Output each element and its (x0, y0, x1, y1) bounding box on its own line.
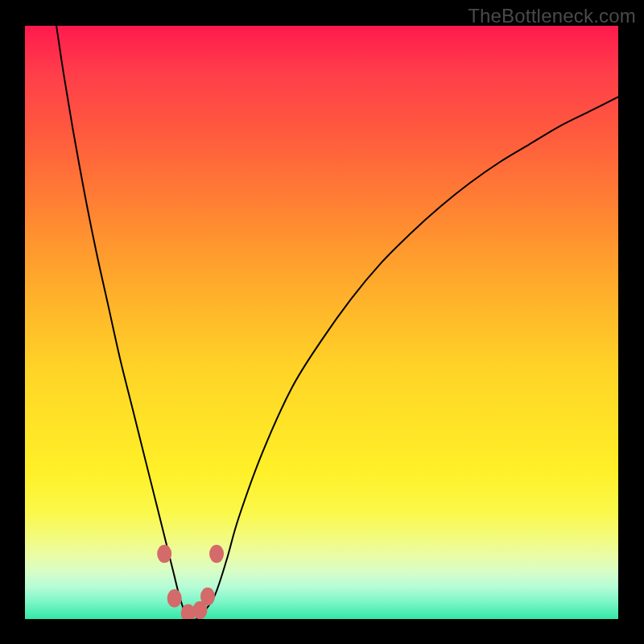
curve-marker (200, 588, 215, 606)
chart-svg (25, 26, 618, 619)
curve-marker (209, 545, 224, 564)
bottleneck-curve (56, 26, 618, 619)
chart-plot-area (25, 26, 618, 619)
curve-marker (167, 589, 182, 608)
chart-frame: TheBottleneck.com (0, 0, 644, 644)
curve-markers (157, 545, 224, 619)
curve-marker (157, 545, 171, 564)
watermark-text: TheBottleneck.com (468, 5, 636, 27)
